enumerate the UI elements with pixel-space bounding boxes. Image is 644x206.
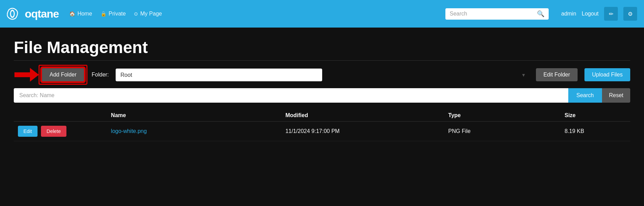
folder-select[interactable]: Root xyxy=(116,69,322,81)
search-icon: 🔍 xyxy=(537,10,545,17)
row-edit-button[interactable]: Edit xyxy=(18,126,38,137)
table-header-row: Name Modified Type Size xyxy=(14,110,630,122)
upload-files-button[interactable]: Upload Files xyxy=(584,68,630,81)
navbar-username: admin xyxy=(561,11,576,17)
navbar-user-area: admin Logout ✏ ⚙ xyxy=(561,7,637,21)
navbar-search-input[interactable] xyxy=(450,11,534,17)
col-header-type: Type xyxy=(444,110,560,122)
main-content: File Management Add Folder Folder: Root … xyxy=(0,28,644,206)
reset-button[interactable]: Reset xyxy=(602,88,630,103)
svg-point-1 xyxy=(11,11,14,17)
edit-folder-button[interactable]: Edit Folder xyxy=(536,68,578,81)
pencil-icon: ✏ xyxy=(609,11,613,17)
row-name: logo-white.png xyxy=(107,122,281,141)
lock-icon: 🔒 xyxy=(101,11,107,17)
search-row: Search Reset xyxy=(14,88,630,103)
row-delete-button[interactable]: Delete xyxy=(41,126,66,137)
edit-page-button[interactable]: ✏ xyxy=(604,7,618,21)
settings-button[interactable]: ⚙ xyxy=(623,7,637,21)
col-header-name: Name xyxy=(107,110,281,122)
add-folder-wrapper: Add Folder xyxy=(41,68,85,82)
svg-marker-3 xyxy=(30,68,39,82)
nav-mypage[interactable]: ⊙ My Page xyxy=(134,11,162,17)
col-header-actions xyxy=(14,110,107,122)
brand-logo-icon xyxy=(7,6,22,21)
navbar-search-button[interactable]: 🔍 xyxy=(537,10,545,18)
nav-private-label: Private xyxy=(109,11,126,17)
row-modified: 11/1/2024 9:17:00 PM xyxy=(281,122,444,141)
chevron-down-icon: ▾ xyxy=(522,72,525,78)
folder-label: Folder: xyxy=(92,72,109,78)
table-row: Edit Delete logo-white.png 11/1/2024 9:1… xyxy=(14,122,630,141)
svg-rect-2 xyxy=(14,72,30,77)
row-actions: Edit Delete xyxy=(14,122,107,141)
navbar: oqtane 🏠 Home 🔒 Private ⊙ My Page 🔍 admi… xyxy=(0,0,644,28)
gear-icon: ⚙ xyxy=(628,11,633,17)
navbar-search-box: 🔍 xyxy=(445,8,549,20)
brand-link[interactable]: oqtane xyxy=(7,6,59,21)
circle-icon: ⊙ xyxy=(134,11,138,17)
page-title: File Management xyxy=(14,38,630,61)
logout-link[interactable]: Logout xyxy=(582,11,599,17)
nav-home-label: Home xyxy=(77,11,92,17)
nav-home[interactable]: 🏠 Home xyxy=(69,11,92,17)
file-name-link[interactable]: logo-white.png xyxy=(111,128,147,134)
toolbar-row: Add Folder Folder: Root ▾ Edit Folder Up… xyxy=(41,68,630,82)
file-table: Name Modified Type Size Edit Delete logo… xyxy=(14,110,630,141)
col-header-size: Size xyxy=(560,110,630,122)
nav-links: 🏠 Home 🔒 Private ⊙ My Page xyxy=(69,11,162,17)
folder-select-wrapper: Root ▾ xyxy=(116,69,529,81)
row-type: PNG File xyxy=(444,122,560,141)
row-size: 8.19 KB xyxy=(560,122,630,141)
col-header-modified: Modified xyxy=(281,110,444,122)
home-icon: 🏠 xyxy=(69,11,75,17)
nav-private[interactable]: 🔒 Private xyxy=(101,11,126,17)
search-name-input[interactable] xyxy=(14,88,568,103)
nav-mypage-label: My Page xyxy=(140,11,162,17)
brand-name-text: oqtane xyxy=(25,8,59,20)
arrow-annotation xyxy=(14,67,40,82)
add-folder-button[interactable]: Add Folder xyxy=(41,68,85,82)
search-button[interactable]: Search xyxy=(568,88,602,103)
